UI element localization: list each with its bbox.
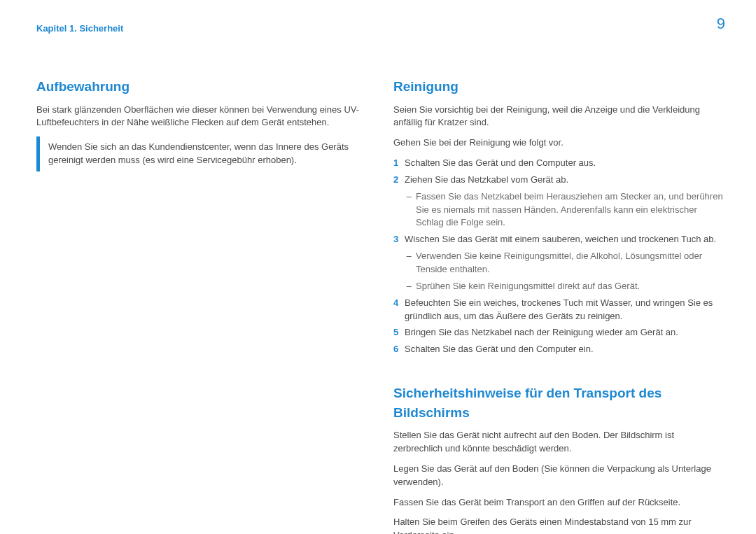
step-number: 4 xyxy=(393,297,405,323)
step-number: 3 xyxy=(393,233,405,246)
sub-text: Sprühen Sie kein Reinigungsmittel direkt… xyxy=(416,280,725,293)
step-text: Ziehen Sie das Netzkabel vom Gerät ab. xyxy=(405,174,725,187)
transport-para4: Halten Sie beim Greifen des Geräts einen… xyxy=(393,516,725,534)
dash-icon: ‒ xyxy=(406,280,416,293)
heading-transport: Sicherheitshinweise für den Transport de… xyxy=(393,384,725,422)
service-note-text: Wenden Sie sich an das Kundendienstcente… xyxy=(48,141,349,165)
page: Kapitel 1. Sicherheit 9 Aufbewahrung Bei… xyxy=(0,0,756,534)
step-4: 4 Befeuchten Sie ein weiches, trockenes … xyxy=(393,297,725,323)
transport-para1: Stellen Sie das Gerät nicht aufrecht auf… xyxy=(393,429,725,456)
transport-para3: Fassen Sie das Gerät beim Transport an d… xyxy=(393,496,725,510)
step-number: 2 xyxy=(393,174,405,187)
step-2: 2 Ziehen Sie das Netzkabel vom Gerät ab. xyxy=(393,174,725,187)
step-3: 3 Wischen Sie das Gerät mit einem sauber… xyxy=(393,233,725,246)
dash-icon: ‒ xyxy=(406,250,416,276)
transport-para2: Legen Sie das Gerät auf den Boden (Sie k… xyxy=(393,463,725,489)
step-number: 6 xyxy=(393,343,405,356)
aufbewahrung-para: Bei stark glänzenden Oberflächen wie die… xyxy=(36,104,368,130)
sub-text: Fassen Sie das Netzkabel beim Herauszieh… xyxy=(416,190,725,230)
chapter-label: Kapitel 1. Sicherheit xyxy=(36,22,123,36)
reinigung-para1: Seien Sie vorsichtig bei der Reinigung, … xyxy=(393,104,725,130)
content-columns: Aufbewahrung Bei stark glänzenden Oberfl… xyxy=(0,77,756,534)
step-3-sub-b: ‒ Sprühen Sie kein Reinigungsmittel dire… xyxy=(406,280,725,293)
dash-icon: ‒ xyxy=(406,190,416,230)
service-note: Wenden Sie sich an das Kundendienstcente… xyxy=(36,136,368,171)
page-header: Kapitel 1. Sicherheit 9 xyxy=(0,0,756,35)
step-text: Befeuchten Sie ein weiches, trockenes Tu… xyxy=(405,297,725,323)
right-column: Reinigung Seien Sie vorsichtig bei der R… xyxy=(393,77,725,534)
step-1: 1 Schalten Sie das Gerät und den Compute… xyxy=(393,157,725,170)
step-3-sub-a: ‒ Verwenden Sie keine Reinigungsmittel, … xyxy=(406,250,725,276)
step-number: 5 xyxy=(393,326,405,339)
step-text: Schalten Sie das Gerät und den Computer … xyxy=(405,343,725,356)
step-5: 5 Bringen Sie das Netzkabel nach der Rei… xyxy=(393,326,725,339)
step-6: 6 Schalten Sie das Gerät und den Compute… xyxy=(393,343,725,356)
heading-aufbewahrung: Aufbewahrung xyxy=(36,77,368,97)
sub-text: Verwenden Sie keine Reinigungsmittel, di… xyxy=(416,250,725,276)
page-number: 9 xyxy=(717,13,725,35)
step-text: Wischen Sie das Gerät mit einem sauberen… xyxy=(405,233,725,246)
step-text: Schalten Sie das Gerät und den Computer … xyxy=(405,157,725,170)
step-text: Bringen Sie das Netzkabel nach der Reini… xyxy=(405,326,725,339)
heading-reinigung: Reinigung xyxy=(393,77,725,97)
step-number: 1 xyxy=(393,157,405,170)
reinigung-para2: Gehen Sie bei der Reinigung wie folgt vo… xyxy=(393,136,725,150)
step-2-sub: ‒ Fassen Sie das Netzkabel beim Herauszi… xyxy=(406,190,725,230)
left-column: Aufbewahrung Bei stark glänzenden Oberfl… xyxy=(36,77,368,534)
